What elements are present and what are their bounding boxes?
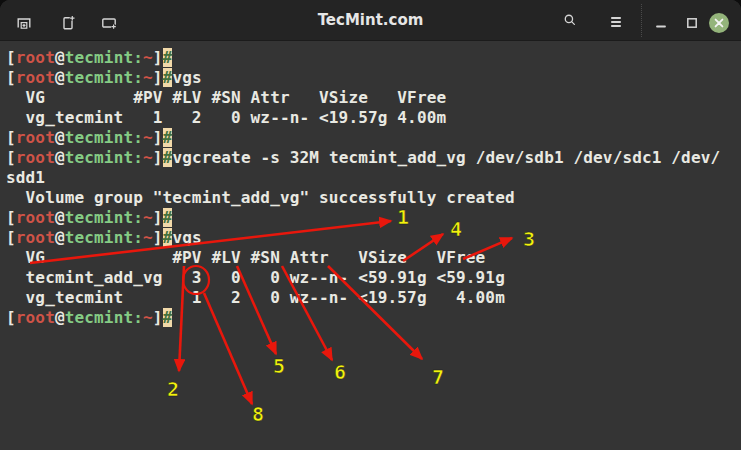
terminal-cursor: # bbox=[163, 48, 173, 67]
terminal-text: : bbox=[133, 48, 143, 67]
terminal-window: TecMint.com [root@tecmi bbox=[0, 0, 741, 450]
terminal-text: root bbox=[16, 48, 55, 67]
terminal-line: VG #PV #LV #SN Attr VSize VFree bbox=[6, 248, 741, 268]
terminal-text: [ bbox=[6, 228, 16, 247]
terminal-text: vg_tecmint 1 2 0 wz--n- <19.57g 4.00m bbox=[6, 108, 446, 127]
search-icon[interactable] bbox=[562, 12, 584, 34]
terminal-text: ~ bbox=[143, 308, 153, 327]
terminal-text: ~ bbox=[143, 148, 153, 167]
terminal-text: ] bbox=[153, 148, 163, 167]
terminal-line: [root@tecmint:~]# bbox=[6, 308, 741, 328]
terminal-text: root bbox=[16, 308, 55, 327]
terminal-text: ~ bbox=[143, 128, 153, 147]
window-title: TecMint.com bbox=[0, 0, 741, 41]
terminal-text: ~ bbox=[143, 208, 153, 227]
terminal-line: sdd1 bbox=[6, 168, 741, 188]
terminal-line: [root@tecmint:~]# bbox=[6, 128, 741, 148]
terminal-text: root bbox=[16, 228, 55, 247]
terminal-cursor: # bbox=[163, 228, 173, 247]
terminal-line: [root@tecmint:~]#vgcreate -s 32M tecmint… bbox=[6, 148, 741, 168]
terminal-line: vg_tecmint 1 2 0 wz--n- <19.57g 4.00m bbox=[6, 108, 741, 128]
terminal-text: tecmint bbox=[65, 308, 133, 327]
terminal-cursor: # bbox=[163, 148, 173, 167]
terminal-cursor: # bbox=[163, 208, 173, 227]
terminal-text: vgs bbox=[172, 228, 201, 247]
terminal-line: [root@tecmint:~]#vgs bbox=[6, 68, 741, 88]
terminal-text: ] bbox=[153, 208, 163, 227]
terminal-text: : bbox=[133, 228, 143, 247]
terminal-text: ] bbox=[153, 48, 163, 67]
terminal-text: vg_tecmint 1 2 0 wz--n- <19.57g 4.00m bbox=[6, 288, 505, 307]
terminal-text: [ bbox=[6, 48, 16, 67]
menu-icon[interactable] bbox=[608, 14, 626, 32]
terminal-text: VG #PV #LV #SN Attr VSize VFree bbox=[6, 88, 446, 107]
close-icon[interactable] bbox=[709, 13, 729, 33]
terminal-text: Volume group "tecmint_add_vg" successful… bbox=[6, 188, 515, 207]
annotation-label: 8 bbox=[252, 402, 264, 426]
annotation-label: 6 bbox=[334, 360, 346, 384]
titlebar-divider bbox=[641, 4, 642, 37]
terminal-text: : bbox=[133, 308, 143, 327]
terminal-line: [root@tecmint:~]#vgs bbox=[6, 228, 741, 248]
terminal-text: tecmint_add_vg 3 0 0 wz--n- <59.91g <59.… bbox=[6, 268, 505, 287]
terminal-text: @ bbox=[55, 128, 65, 147]
terminal-text: [ bbox=[6, 148, 16, 167]
terminal-text: : bbox=[133, 68, 143, 87]
terminal-text: tecmint bbox=[65, 228, 133, 247]
terminal-line: [root@tecmint:~]# bbox=[6, 48, 741, 68]
maximize-icon[interactable] bbox=[684, 15, 700, 31]
terminal-text: ~ bbox=[143, 68, 153, 87]
terminal-text: root bbox=[16, 148, 55, 167]
terminal-text: @ bbox=[55, 148, 65, 167]
terminal-text: root bbox=[16, 68, 55, 87]
terminal-text: sdd1 bbox=[6, 168, 45, 187]
terminal-text: root bbox=[16, 208, 55, 227]
terminal-text: [ bbox=[6, 308, 16, 327]
terminal-text: tecmint bbox=[65, 148, 133, 167]
terminal-text: @ bbox=[55, 48, 65, 67]
terminal-text: ] bbox=[153, 228, 163, 247]
terminal-cursor: # bbox=[163, 308, 173, 327]
terminal-text: tecmint bbox=[65, 48, 133, 67]
annotation-label: 7 bbox=[432, 365, 444, 389]
terminal-text: ~ bbox=[143, 48, 153, 67]
terminal-line: vg_tecmint 1 2 0 wz--n- <19.57g 4.00m bbox=[6, 288, 741, 308]
terminal[interactable]: [root@tecmint:~]#[root@tecmint:~]#vgs VG… bbox=[0, 41, 741, 328]
terminal-line: [root@tecmint:~]# bbox=[6, 208, 741, 228]
terminal-text: vgs bbox=[172, 68, 201, 87]
terminal-text: @ bbox=[55, 228, 65, 247]
terminal-text: ~ bbox=[143, 228, 153, 247]
terminal-text: vgcreate -s 32M tecmint_add_vg /dev/sdb1… bbox=[172, 148, 720, 167]
terminal-text: ] bbox=[153, 128, 163, 147]
terminal-text: VG #PV #LV #SN Attr VSize VFree bbox=[6, 248, 485, 267]
annotation-label: 5 bbox=[273, 354, 285, 378]
terminal-text: : bbox=[133, 148, 143, 167]
terminal-text: tecmint bbox=[65, 208, 133, 227]
terminal-cursor: # bbox=[163, 128, 173, 147]
terminal-text: : bbox=[133, 208, 143, 227]
terminal-text: @ bbox=[55, 208, 65, 227]
terminal-line: tecmint_add_vg 3 0 0 wz--n- <59.91g <59.… bbox=[6, 268, 741, 288]
minimize-icon[interactable] bbox=[653, 15, 669, 31]
terminal-text: ] bbox=[153, 308, 163, 327]
terminal-text: ] bbox=[153, 68, 163, 87]
terminal-text: tecmint bbox=[65, 68, 133, 87]
terminal-text: : bbox=[133, 128, 143, 147]
terminal-text: root bbox=[16, 128, 55, 147]
titlebar: TecMint.com bbox=[0, 0, 741, 41]
annotation-label: 2 bbox=[167, 377, 179, 401]
terminal-text: [ bbox=[6, 208, 16, 227]
terminal-text: tecmint bbox=[65, 128, 133, 147]
terminal-text: @ bbox=[55, 308, 65, 327]
terminal-text: [ bbox=[6, 128, 16, 147]
terminal-line: VG #PV #LV #SN Attr VSize VFree bbox=[6, 88, 741, 108]
terminal-line: Volume group "tecmint_add_vg" successful… bbox=[6, 188, 741, 208]
terminal-text: @ bbox=[55, 68, 65, 87]
terminal-cursor: # bbox=[163, 68, 173, 87]
terminal-text: [ bbox=[6, 68, 16, 87]
